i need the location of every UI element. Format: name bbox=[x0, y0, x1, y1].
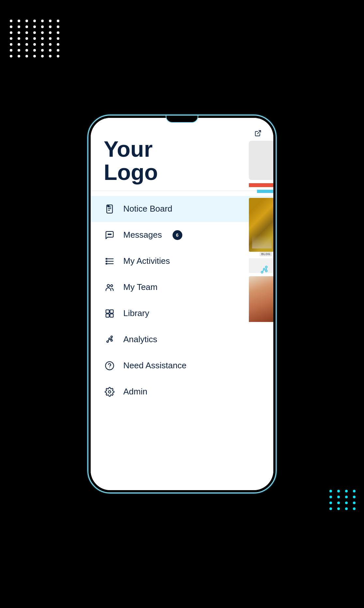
svg-line-26 bbox=[110, 339, 111, 340]
team-icon bbox=[104, 281, 115, 293]
my-activities-label: My Activities bbox=[123, 256, 170, 266]
phone-mockup: Your Logo bbox=[87, 115, 277, 493]
svg-rect-17 bbox=[106, 310, 109, 313]
svg-line-35 bbox=[263, 270, 264, 271]
svg-point-30 bbox=[108, 391, 111, 393]
svg-rect-13 bbox=[106, 261, 107, 262]
peek-analytics-icon bbox=[259, 265, 269, 278]
messages-icon bbox=[104, 229, 115, 241]
svg-line-25 bbox=[108, 339, 109, 341]
svg-point-28 bbox=[106, 361, 114, 370]
svg-line-36 bbox=[265, 269, 266, 270]
svg-point-16 bbox=[111, 285, 113, 287]
svg-rect-14 bbox=[106, 263, 107, 264]
screen-content: Your Logo bbox=[91, 118, 273, 490]
svg-rect-5 bbox=[108, 206, 109, 207]
peek-red-bar bbox=[249, 183, 273, 187]
external-link-icon[interactable] bbox=[254, 130, 262, 139]
need-assistance-label: Need Assistance bbox=[123, 360, 187, 371]
phone-screen: Your Logo bbox=[91, 118, 273, 490]
peek-photo-1 bbox=[249, 198, 273, 252]
cyan-dots-decoration: const cd = document.querySelector('.dots… bbox=[329, 490, 357, 510]
notice-board-icon bbox=[104, 203, 115, 215]
svg-point-15 bbox=[107, 284, 110, 287]
admin-label: Admin bbox=[123, 387, 147, 397]
svg-point-6 bbox=[108, 234, 109, 235]
svg-rect-19 bbox=[106, 314, 109, 317]
messages-label: Messages bbox=[123, 230, 162, 240]
right-peek-content: BLOG bbox=[246, 121, 273, 490]
logo-text: Your Logo bbox=[104, 137, 264, 184]
svg-point-8 bbox=[111, 234, 112, 235]
admin-icon bbox=[104, 386, 115, 398]
peek-blue-bar bbox=[257, 190, 273, 193]
my-team-label: My Team bbox=[123, 282, 158, 292]
svg-rect-12 bbox=[106, 258, 107, 259]
analytics-icon bbox=[104, 334, 115, 345]
svg-rect-18 bbox=[110, 310, 113, 313]
peek-gray-card bbox=[249, 141, 273, 180]
svg-line-0 bbox=[257, 131, 261, 134]
messages-badge: 6 bbox=[173, 230, 182, 240]
notice-board-label: Notice Board bbox=[123, 204, 172, 214]
library-label: Library bbox=[123, 308, 149, 318]
analytics-label: Analytics bbox=[123, 334, 157, 344]
svg-rect-20 bbox=[110, 314, 113, 317]
svg-point-7 bbox=[109, 234, 110, 235]
peek-blog-label: BLOG bbox=[260, 252, 272, 256]
help-icon bbox=[104, 360, 115, 372]
library-icon bbox=[104, 308, 115, 319]
peek-photo-2 bbox=[249, 276, 273, 322]
white-dots-decoration: const wd = document.querySelector('.dots… bbox=[10, 20, 61, 57]
activities-icon bbox=[104, 255, 115, 267]
